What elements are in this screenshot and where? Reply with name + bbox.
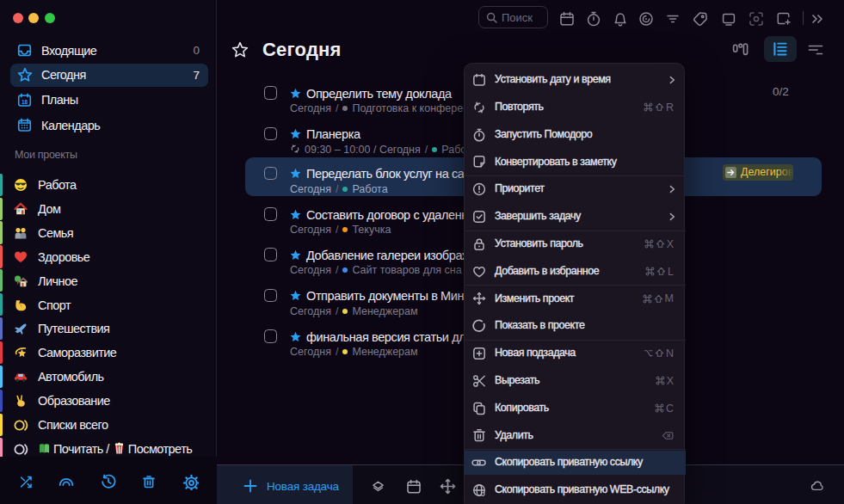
svg-text:18: 18 — [22, 99, 28, 105]
